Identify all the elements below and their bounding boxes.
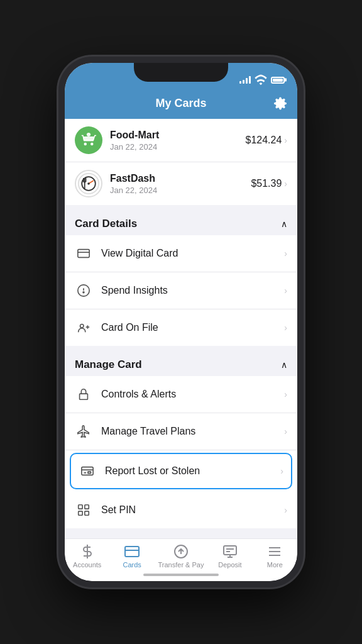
svg-rect-19 (80, 394, 88, 399)
fastdash-chevron: › (284, 179, 287, 189)
svg-point-16 (80, 325, 84, 328)
manage-card-list: Controls & Alerts › Manage Travel Plans … (65, 376, 297, 528)
fastdash-name: FastDash (110, 173, 251, 184)
transaction-list: Food-Mart Jan 22, 2024 $124.24 › (65, 119, 297, 205)
foodmart-chevron: › (284, 135, 287, 145)
manage-card-title: Manage Card (75, 358, 142, 371)
report-lost-icon (79, 462, 96, 480)
set-pin-chevron: › (284, 505, 287, 515)
spend-insights-label: Spend Insights (101, 285, 284, 296)
svg-rect-25 (85, 505, 89, 509)
set-pin-label: Set PIN (101, 504, 284, 516)
wifi-icon (254, 73, 268, 87)
foodmart-logo-icon (79, 131, 98, 150)
svg-rect-27 (85, 511, 89, 515)
card-details-chevron-icon: ∧ (281, 219, 287, 229)
transaction-fastdash[interactable]: FastDash Jan 22, 2024 $51.39 › (65, 162, 297, 205)
view-digital-card-label: View Digital Card (101, 248, 284, 259)
nav-accounts-label: Accounts (73, 561, 101, 569)
page-title: My Cards (155, 97, 206, 110)
card-details-header[interactable]: Card Details ∧ (65, 210, 297, 235)
nav-deposit[interactable]: Deposit (211, 544, 249, 569)
report-lost-item[interactable]: Report Lost or Stolen › (70, 453, 292, 489)
controls-alerts-label: Controls & Alerts (101, 389, 284, 400)
fastdash-date: Jan 22, 2024 (110, 186, 251, 195)
settings-button[interactable] (273, 96, 287, 113)
nav-cards-label: Cards (123, 561, 141, 569)
travel-plans-label: Manage Travel Plans (101, 426, 284, 437)
view-digital-card-chevron: › (284, 248, 287, 258)
home-indicator (143, 574, 219, 576)
card-details-title: Card Details (75, 218, 137, 230)
cards-nav-icon (124, 544, 140, 559)
transaction-foodmart[interactable]: Food-Mart Jan 22, 2024 $124.24 › (65, 119, 297, 162)
controls-alerts-item[interactable]: Controls & Alerts › (65, 376, 297, 413)
card-on-file-chevron: › (284, 323, 287, 333)
svg-rect-20 (82, 467, 93, 475)
svg-point-10 (87, 182, 90, 185)
more-nav-icon (267, 544, 282, 559)
signal-bars-icon (239, 76, 251, 84)
travel-plans-icon (75, 423, 92, 440)
svg-point-2 (87, 133, 90, 136)
report-lost-chevron: › (280, 466, 283, 476)
nav-transfer[interactable]: Transfer & Pay (158, 544, 204, 569)
travel-plans-item[interactable]: Manage Travel Plans › (65, 413, 297, 450)
set-pin-icon (75, 501, 92, 519)
spend-insights-icon (75, 282, 92, 299)
spend-insights-item[interactable]: Spend Insights › (65, 272, 297, 309)
nav-deposit-label: Deposit (218, 561, 241, 569)
svg-rect-33 (224, 546, 236, 555)
foodmart-date: Jan 22, 2024 (110, 142, 245, 152)
fastdash-info: FastDash Jan 22, 2024 (110, 173, 251, 195)
nav-more-label: More (267, 561, 283, 569)
svg-rect-29 (125, 547, 139, 557)
svg-rect-11 (78, 250, 89, 258)
report-lost-label: Report Lost or Stolen (105, 465, 280, 477)
svg-rect-24 (79, 505, 82, 509)
spend-insights-chevron: › (284, 286, 287, 296)
card-details-list: View Digital Card › Spend Insights › (65, 235, 297, 346)
transfer-nav-icon (173, 544, 189, 559)
svg-point-15 (83, 292, 84, 293)
phone-frame: 9:41 My Cards (58, 57, 304, 587)
view-digital-card-icon (75, 245, 92, 262)
accounts-nav-icon (80, 544, 95, 559)
foodmart-amount: $124.24 › (245, 135, 287, 146)
app-header: My Cards (65, 91, 297, 119)
fastdash-amount: $51.39 › (251, 178, 287, 189)
controls-alerts-icon (75, 386, 92, 403)
notch (134, 63, 228, 82)
set-pin-item[interactable]: Set PIN › (65, 492, 297, 528)
card-on-file-item[interactable]: Card On File › (65, 309, 297, 346)
screen: 9:41 My Cards (65, 63, 297, 581)
battery-icon (271, 77, 285, 84)
nav-more[interactable]: More (256, 544, 293, 569)
travel-plans-chevron: › (284, 426, 287, 436)
svg-rect-26 (79, 511, 82, 515)
manage-card-header[interactable]: Manage Card ∧ (65, 351, 297, 376)
fastdash-logo-icon (77, 172, 100, 195)
card-on-file-label: Card On File (101, 322, 284, 333)
controls-alerts-chevron: › (284, 389, 287, 399)
fastdash-logo (75, 170, 102, 197)
deposit-nav-icon (222, 544, 238, 559)
nav-accounts[interactable]: Accounts (69, 544, 106, 569)
main-content: Food-Mart Jan 22, 2024 $124.24 › (65, 119, 297, 538)
status-icons (239, 73, 285, 87)
foodmart-name: Food-Mart (110, 130, 245, 141)
svg-rect-23 (88, 472, 91, 474)
svg-point-1 (90, 143, 94, 146)
view-digital-card-item[interactable]: View Digital Card › (65, 235, 297, 272)
svg-point-0 (84, 143, 87, 146)
foodmart-info: Food-Mart Jan 22, 2024 (110, 130, 245, 152)
card-on-file-icon (75, 319, 92, 336)
gear-icon (273, 96, 287, 110)
nav-transfer-label: Transfer & Pay (158, 561, 204, 569)
nav-cards[interactable]: Cards (113, 544, 151, 569)
manage-card-chevron-icon: ∧ (281, 360, 287, 370)
foodmart-logo (75, 126, 102, 154)
